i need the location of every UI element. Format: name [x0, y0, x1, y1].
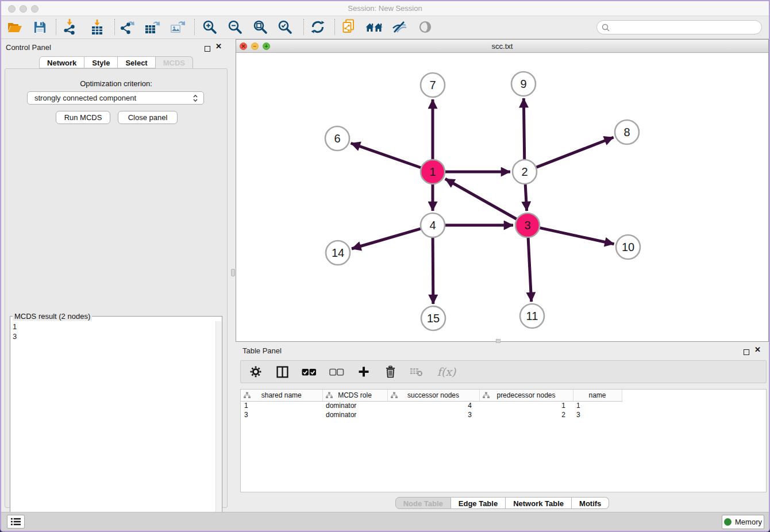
table-cell[interactable]: 1 [241, 401, 322, 410]
open-folder-icon [7, 21, 22, 33]
table-cell[interactable]: 3 [241, 410, 322, 419]
column-header-predecessor-nodes[interactable]: predecessor nodes [479, 390, 573, 401]
tab-select[interactable]: Select [118, 56, 155, 68]
node-15[interactable]: 15 [421, 306, 445, 330]
tab-mcds[interactable]: MCDS [156, 56, 193, 68]
node-14[interactable]: 14 [326, 241, 350, 265]
apply-layout-button[interactable] [309, 18, 327, 36]
table-tabs: Node TableEdge TableNetwork TableMotifs [236, 497, 769, 509]
show-details-button[interactable] [416, 18, 434, 36]
zoom-in-button[interactable] [201, 18, 219, 36]
mcds-result-scrollbar[interactable] [215, 321, 221, 529]
close-panel-button[interactable]: ✕ [215, 44, 222, 49]
edge-2-9[interactable] [523, 98, 524, 159]
export-table-button[interactable] [143, 18, 161, 36]
node-3[interactable]: 3 [515, 213, 540, 237]
search-box[interactable] [596, 20, 762, 34]
table-cell[interactable]: 3 [573, 410, 622, 419]
show-columns-button[interactable] [274, 364, 290, 380]
export-table-icon [144, 20, 160, 34]
table-cell[interactable]: 2 [479, 410, 573, 419]
save-session-button[interactable] [30, 18, 49, 36]
network-graph[interactable]: 7968124314101511 [236, 53, 768, 341]
tab-node-table[interactable]: Node Table [395, 497, 451, 509]
table-settings-button[interactable] [248, 364, 264, 380]
task-history-button[interactable] [7, 515, 25, 529]
float-table-panel-button[interactable] [744, 347, 749, 357]
edge-3-11[interactable] [528, 238, 532, 302]
criterion-select[interactable]: strongly connected component [27, 91, 204, 105]
column-header-shared-name[interactable]: shared name [241, 390, 322, 401]
delete-column-button[interactable] [382, 364, 398, 380]
import-network-button[interactable] [60, 18, 79, 36]
table-cell[interactable]: 4 [387, 401, 479, 410]
tab-motifs[interactable]: Motifs [572, 497, 609, 509]
edge-3-1[interactable] [445, 179, 517, 219]
horizontal-splitter-handle[interactable] [496, 339, 500, 343]
export-image-button[interactable] [168, 18, 186, 36]
table-cell[interactable]: 1 [573, 401, 622, 410]
node-6[interactable]: 6 [325, 126, 349, 151]
edge-2-3[interactable] [525, 184, 526, 211]
delete-table-button[interactable] [409, 364, 425, 380]
tab-network[interactable]: Network [39, 56, 84, 68]
node-8[interactable]: 8 [615, 120, 639, 144]
table-cell[interactable]: dominator [322, 410, 387, 419]
home-button[interactable] [365, 18, 383, 36]
svg-text:4: 4 [429, 219, 436, 232]
save-disk-icon [33, 21, 47, 34]
tab-edge-table[interactable]: Edge Table [451, 497, 506, 509]
network-canvas[interactable]: 7968124314101511 [236, 53, 768, 341]
main-toolbar [1, 16, 769, 39]
edge-3-10[interactable] [540, 228, 614, 244]
vertical-splitter-handle[interactable] [231, 269, 235, 276]
edge-4-14[interactable] [352, 229, 421, 249]
import-table-button[interactable] [88, 18, 106, 36]
float-panel-button[interactable] [205, 44, 210, 54]
node-4[interactable]: 4 [421, 213, 445, 237]
node-9[interactable]: 9 [511, 72, 536, 96]
zoom-selected-button[interactable] [276, 18, 294, 36]
edge-2-8[interactable] [537, 137, 614, 167]
table-cell[interactable]: dominator [322, 401, 387, 410]
table-row[interactable]: 1dominator411 [241, 401, 766, 410]
node-table[interactable]: shared nameMCDS rolesuccessor nodesprede… [240, 389, 767, 492]
table-cell[interactable]: 3 [387, 410, 479, 419]
sort-hierarchy-icon [244, 392, 251, 399]
open-session-button[interactable] [6, 18, 24, 36]
zoom-out-button[interactable] [226, 18, 244, 36]
column-header-successor-nodes[interactable]: successor nodes [387, 390, 479, 401]
fit-content-button[interactable] [251, 18, 270, 36]
close-panel-inner-button[interactable]: Close panel [118, 111, 178, 124]
create-column-button[interactable] [356, 364, 372, 380]
criterion-value: strongly connected component [34, 94, 191, 102]
node-10[interactable]: 10 [616, 235, 640, 259]
select-all-button[interactable] [301, 364, 318, 380]
application-window: Session: New Session [0, 0, 770, 532]
column-header-name[interactable]: name [573, 390, 622, 401]
column-header-mcds-role[interactable]: MCDS role [322, 390, 387, 401]
deselect-all-button[interactable] [328, 364, 345, 380]
node-7[interactable]: 7 [421, 73, 445, 97]
memory-button[interactable]: Memory [722, 515, 764, 529]
network-window-titlebar[interactable]: ✕ − + scc.txt [236, 40, 768, 53]
hide-details-button[interactable] [390, 18, 409, 36]
edge-4-15[interactable] [433, 238, 433, 304]
mcds-panel-body: Optimization criterion: strongly connect… [5, 68, 228, 508]
run-mcds-button[interactable]: Run MCDS [56, 111, 110, 124]
tab-network-table[interactable]: Network Table [506, 497, 572, 509]
table-cell[interactable]: 1 [479, 401, 573, 410]
table-row[interactable]: 3dominator323 [241, 410, 766, 419]
edge-1-6[interactable] [351, 143, 421, 167]
export-network-button[interactable] [118, 18, 136, 36]
node-2[interactable]: 2 [513, 160, 537, 184]
node-1[interactable]: 1 [421, 160, 445, 184]
fit-content-icon [252, 19, 268, 35]
node-11[interactable]: 11 [520, 304, 544, 328]
new-network-from-selection-button[interactable] [340, 18, 359, 36]
float-icon [744, 349, 749, 355]
tab-style[interactable]: Style [84, 56, 118, 68]
close-table-panel-button[interactable]: ✕ [754, 347, 761, 353]
search-input[interactable] [613, 23, 757, 32]
function-builder-button[interactable]: f(x) [435, 364, 458, 380]
